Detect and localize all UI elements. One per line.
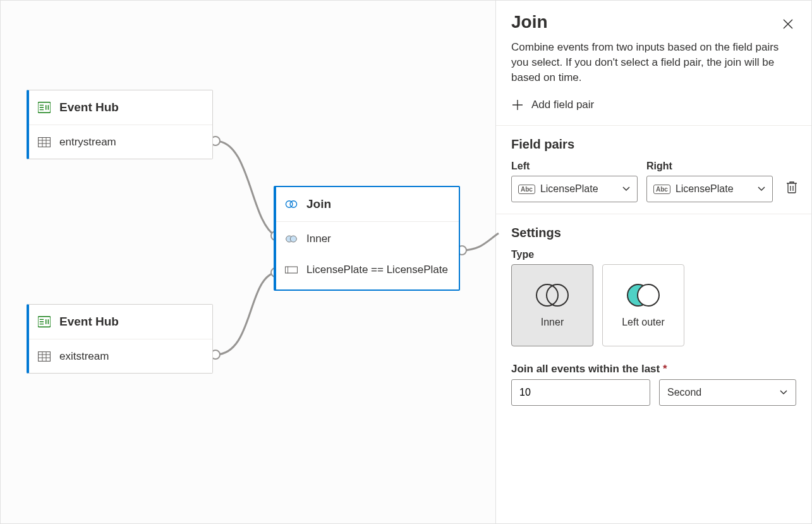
node-header: Join: [276, 187, 459, 221]
chevron-down-icon: [622, 186, 631, 192]
string-type-icon: Abc: [653, 185, 670, 194]
join-type-left-outer-label: Left outer: [622, 317, 665, 328]
svg-rect-1: [39, 137, 51, 147]
type-label: Type: [511, 249, 796, 260]
node-subrow: exitstream: [29, 339, 212, 373]
table-icon: [38, 350, 51, 363]
left-column: Left Abc LicensePlate: [511, 161, 638, 202]
right-label: Right: [646, 161, 773, 172]
node-condition-text: LicensePlate == LicensePlate: [306, 264, 448, 276]
panel-header: Join Combine events from two inputs base…: [496, 1, 811, 125]
eventhub-icon: [38, 101, 51, 114]
settings-section: Settings Type Inner Left outer: [496, 214, 811, 417]
left-field-value: LicensePlate: [540, 183, 598, 195]
add-field-pair-label: Add field pair: [531, 99, 594, 111]
node-join-type-row: Inner: [276, 221, 459, 255]
node-subrow: entrystream: [29, 125, 212, 159]
right-field-value: LicensePlate: [676, 183, 734, 195]
node-join-type-text: Inner: [306, 233, 331, 245]
string-type-icon: Abc: [518, 185, 535, 194]
close-icon: [782, 18, 794, 30]
time-window-unit-value: Second: [667, 387, 701, 398]
plus-icon: [511, 99, 524, 111]
node-header: Event Hub: [29, 305, 212, 339]
node-condition-row: LicensePlate == LicensePlate: [276, 255, 459, 289]
node-eventhub-exit[interactable]: Event Hub exitstream: [27, 304, 213, 374]
time-window-value-input[interactable]: [511, 379, 650, 406]
delete-pair-button[interactable]: [782, 176, 802, 200]
time-window-row: Second: [511, 379, 796, 406]
inner-venn-icon: [532, 283, 573, 308]
svg-point-5: [290, 201, 297, 208]
join-type-inner[interactable]: Inner: [511, 264, 593, 346]
join-type-tiles: Inner Left outer: [511, 264, 796, 346]
field-icon: [285, 264, 298, 276]
left-outer-venn-icon: [623, 283, 664, 308]
svg-point-7: [290, 236, 296, 242]
eventhub-icon: [38, 315, 51, 328]
svg-rect-8: [285, 267, 297, 273]
flow-canvas[interactable]: Event Hub entrystream: [1, 1, 495, 523]
node-title: Join: [306, 197, 331, 211]
node-join[interactable]: Join Inner LicensePlate: [274, 186, 460, 291]
field-pair-row: Left Abc LicensePlate Right: [511, 161, 796, 202]
node-subtitle: entrystream: [59, 136, 116, 149]
panel-title: Join: [511, 12, 548, 32]
app-root: Event Hub entrystream: [0, 0, 812, 524]
svg-rect-3: [39, 351, 51, 361]
node-header: Event Hub: [29, 90, 212, 125]
node-title: Event Hub: [59, 315, 119, 329]
required-star: *: [663, 363, 667, 375]
field-pairs-section: Field pairs Left Abc LicensePlate: [496, 125, 811, 214]
left-field-dropdown[interactable]: Abc LicensePlate: [511, 176, 638, 202]
chevron-down-icon: [757, 186, 766, 192]
panel-description: Combine events from two inputs based on …: [511, 40, 796, 85]
chevron-down-icon: [779, 389, 788, 396]
node-title: Event Hub: [59, 101, 119, 114]
time-window-unit-select[interactable]: Second: [659, 379, 796, 406]
config-panel: Join Combine events from two inputs base…: [495, 1, 811, 523]
field-pairs-heading: Field pairs: [511, 137, 796, 152]
join-type-inner-label: Inner: [541, 317, 564, 328]
add-field-pair-button[interactable]: Add field pair: [511, 96, 594, 114]
svg-point-12: [638, 284, 659, 306]
right-field-dropdown[interactable]: Abc LicensePlate: [646, 176, 773, 202]
trash-icon: [785, 180, 798, 194]
left-label: Left: [511, 161, 638, 172]
join-icon: [285, 198, 298, 210]
settings-heading: Settings: [511, 226, 796, 240]
table-icon: [38, 136, 51, 149]
node-eventhub-entry[interactable]: Event Hub entrystream: [27, 90, 213, 159]
join-type-icon: [285, 233, 298, 245]
join-type-left-outer[interactable]: Left outer: [602, 264, 684, 346]
node-subtitle: exitstream: [59, 350, 109, 363]
time-window-label: Join all events within the last *: [511, 363, 796, 375]
right-column: Right Abc LicensePlate: [646, 161, 773, 202]
close-button[interactable]: [780, 16, 796, 34]
